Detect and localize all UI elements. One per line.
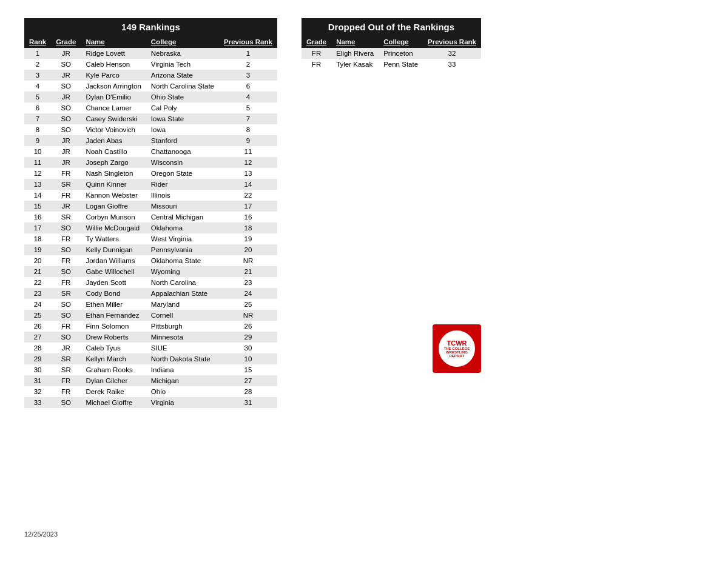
cell-rank: 30	[24, 364, 51, 375]
table-row: 13 SR Quinn Kinner Rider 14	[24, 179, 277, 190]
cell-grade: JR	[51, 48, 81, 59]
cell-name: Eligh Rivera	[331, 48, 379, 59]
cell-name: Casey Swiderski	[81, 113, 146, 124]
logo-main-text: TCWR	[447, 340, 467, 347]
cell-name: Ethan Fernandez	[81, 310, 146, 321]
cell-prev-rank: 27	[219, 375, 277, 386]
cell-college: Maryland	[146, 299, 219, 310]
cell-name: Jordan Williams	[81, 255, 146, 266]
cell-college: Minnesota	[146, 332, 219, 343]
cell-prev-rank: 7	[219, 113, 277, 124]
col-prev-rank: Previous Rank	[219, 36, 277, 48]
cell-prev-rank: 3	[219, 70, 277, 81]
cell-name: Gabe Willochell	[81, 266, 146, 277]
table-row: 27 SO Drew Roberts Minnesota 29	[24, 332, 277, 343]
table-row: 9 JR Jaden Abas Stanford 9	[24, 135, 277, 146]
cell-grade: SO	[51, 397, 81, 408]
table-row: 22 FR Jayden Scott North Carolina 23	[24, 277, 277, 288]
table-row: 14 FR Kannon Webster Illinois 22	[24, 190, 277, 201]
table-row: 2 SO Caleb Henson Virginia Tech 2	[24, 59, 277, 70]
cell-grade: JR	[51, 135, 81, 146]
cell-grade: FR	[51, 375, 81, 386]
cell-college: Pittsburgh	[146, 321, 219, 332]
table-row: 28 JR Caleb Tyus SIUE 30	[24, 343, 277, 353]
cell-college: Penn State	[379, 59, 423, 70]
cell-name: Graham Rooks	[81, 364, 146, 375]
cell-name: Chance Lamer	[81, 102, 146, 113]
cell-prev-rank: 17	[219, 201, 277, 212]
cell-name: Tyler Kasak	[331, 59, 379, 70]
cell-prev-rank: NR	[219, 255, 277, 266]
table-row: 23 SR Cody Bond Appalachian State 24	[24, 288, 277, 299]
cell-rank: 19	[24, 244, 51, 255]
dropped-rankings-section: Dropped Out of the Rankings Grade Name C…	[302, 18, 481, 70]
cell-grade: SO	[51, 81, 81, 92]
cell-prev-rank: NR	[219, 310, 277, 321]
cell-rank: 13	[24, 179, 51, 190]
table-row: 16 SR Corbyn Munson Central Michigan 16	[24, 212, 277, 222]
tcwr-logo: TCWR THE COLLEGEWRESTLING REPORT	[433, 324, 481, 373]
cell-grade: JR	[51, 157, 81, 168]
cell-name: Jaden Abas	[81, 135, 146, 146]
cell-grade: SO	[51, 299, 81, 310]
cell-grade: JR	[51, 343, 81, 353]
cell-prev-rank: 6	[219, 81, 277, 92]
cell-name: Quinn Kinner	[81, 179, 146, 190]
cell-college: Iowa State	[146, 113, 219, 124]
logo-area: TCWR THE COLLEGEWRESTLING REPORT	[302, 324, 481, 373]
cell-college: West Virginia	[146, 233, 219, 244]
cell-prev-rank: 23	[219, 277, 277, 288]
cell-college: Michigan	[146, 375, 219, 386]
cell-college: North Carolina State	[146, 81, 219, 92]
cell-name: Corbyn Munson	[81, 212, 146, 222]
cell-college: Virginia Tech	[146, 59, 219, 70]
col-rank: Rank	[24, 36, 51, 48]
cell-college: Oregon State	[146, 168, 219, 179]
cell-college: SIUE	[146, 343, 219, 353]
cell-grade: JR	[51, 70, 81, 81]
table-row: 10 JR Noah Castillo Chattanooga 11	[24, 146, 277, 157]
cell-prev-rank: 19	[219, 233, 277, 244]
table-row: 4 SO Jackson Arrington North Carolina St…	[24, 81, 277, 92]
cell-grade: SO	[51, 266, 81, 277]
cell-rank: 10	[24, 146, 51, 157]
table-row: 12 FR Nash Singleton Oregon State 13	[24, 168, 277, 179]
right-section: Dropped Out of the Rankings Grade Name C…	[302, 18, 481, 373]
cell-prev-rank: 24	[219, 288, 277, 299]
cell-grade: FR	[51, 277, 81, 288]
cell-prev-rank: 1	[219, 48, 277, 59]
cell-rank: 15	[24, 201, 51, 212]
cell-prev-rank: 11	[219, 146, 277, 157]
table-row: 15 JR Logan Gioffre Missouri 17	[24, 201, 277, 212]
cell-college: Cornell	[146, 310, 219, 321]
cell-name: Nash Singleton	[81, 168, 146, 179]
cell-rank: 33	[24, 397, 51, 408]
cell-name: Kannon Webster	[81, 190, 146, 201]
cell-college: Ohio	[146, 386, 219, 397]
cell-college: Wisconsin	[146, 157, 219, 168]
cell-name: Finn Solomon	[81, 321, 146, 332]
table-row: 8 SO Victor Voinovich Iowa 8	[24, 124, 277, 135]
col-name: Name	[81, 36, 146, 48]
cell-rank: 12	[24, 168, 51, 179]
cell-rank: 7	[24, 113, 51, 124]
table-row: 1 JR Ridge Lovett Nebraska 1	[24, 48, 277, 59]
cell-prev-rank: 28	[219, 386, 277, 397]
main-table-title: 149 Rankings	[24, 18, 277, 36]
cell-grade: SO	[51, 244, 81, 255]
cell-rank: 31	[24, 375, 51, 386]
cell-college: Ohio State	[146, 92, 219, 102]
cell-rank: 20	[24, 255, 51, 266]
cell-college: North Carolina	[146, 277, 219, 288]
cell-name: Drew Roberts	[81, 332, 146, 343]
table-row: 7 SO Casey Swiderski Iowa State 7	[24, 113, 277, 124]
cell-grade: FR	[51, 233, 81, 244]
table-row: FR Eligh Rivera Princeton 32	[302, 48, 481, 59]
cell-grade: FR	[51, 190, 81, 201]
main-rankings-table: Rank Grade Name College Previous Rank 1 …	[24, 36, 277, 408]
cell-prev-rank: 12	[219, 157, 277, 168]
main-container: 149 Rankings Rank Grade Name College Pre…	[24, 18, 704, 408]
cell-rank: 2	[24, 59, 51, 70]
cell-name: Kyle Parco	[81, 70, 146, 81]
table-row: 20 FR Jordan Williams Oklahoma State NR	[24, 255, 277, 266]
